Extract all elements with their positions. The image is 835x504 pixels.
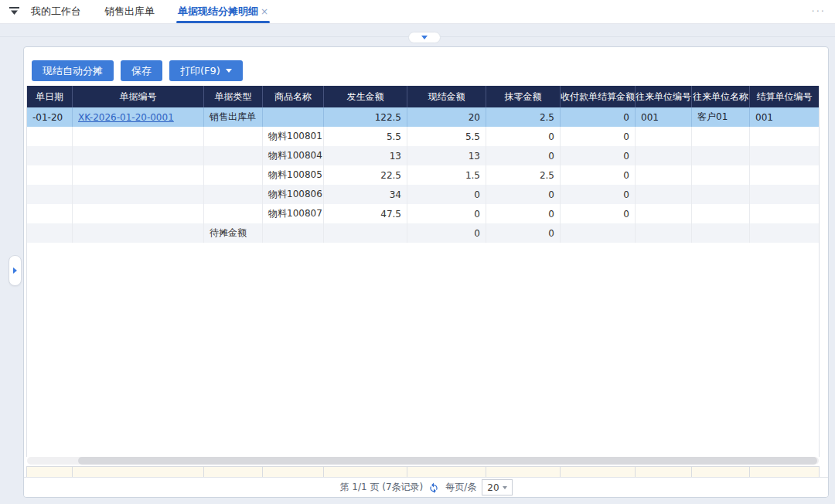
table-cell bbox=[750, 127, 819, 146]
button-label: 打印(F9) bbox=[180, 64, 220, 78]
tab-2[interactable]: 销售出库单 bbox=[104, 0, 155, 23]
table-cell: 0 bbox=[561, 107, 636, 127]
table-cell: 2.5 bbox=[486, 107, 561, 127]
refresh-icon[interactable] bbox=[428, 482, 440, 493]
table-cell bbox=[692, 223, 750, 243]
table-row[interactable]: 物料1008015.55.500 bbox=[27, 127, 819, 146]
horizontal-scrollbar-thumb[interactable] bbox=[78, 457, 817, 465]
table-cell bbox=[692, 165, 750, 185]
more-tabs-icon[interactable]: ··· bbox=[812, 5, 826, 17]
collapse-menu-icon[interactable] bbox=[8, 5, 20, 18]
table-cell: 0 bbox=[486, 204, 561, 223]
column-header[interactable]: 商品名称 bbox=[263, 86, 324, 107]
table-cell bbox=[73, 146, 204, 165]
table-cell bbox=[750, 204, 819, 223]
tab-label: 销售出库单 bbox=[104, 5, 155, 19]
chevron-down-icon bbox=[503, 486, 507, 489]
per-page-select[interactable]: 20 bbox=[482, 479, 512, 495]
column-header[interactable]: 发生金额 bbox=[324, 86, 407, 107]
table-cell: 122.5 bbox=[324, 107, 407, 127]
table-cell bbox=[750, 185, 819, 204]
grid-body: -01-20XK-2026-01-20-0001销售出库单122.5202.50… bbox=[27, 107, 819, 243]
table-cell: 001 bbox=[750, 107, 819, 127]
left-panel-expander[interactable] bbox=[9, 255, 22, 286]
table-cell: 47.5 bbox=[324, 204, 407, 223]
table-cell bbox=[27, 146, 73, 165]
pagination-bar: 第 1/1 页 (7条记录) 每页/条 20 bbox=[24, 477, 828, 497]
table-cell bbox=[636, 223, 692, 243]
table-cell: 0 bbox=[561, 146, 636, 165]
table-row[interactable]: -01-20XK-2026-01-20-0001销售出库单122.5202.50… bbox=[27, 107, 819, 127]
tab-label: 单据现结分摊明细 bbox=[178, 5, 258, 19]
table-cell bbox=[27, 165, 73, 185]
table-cell: 销售出库单 bbox=[204, 107, 263, 127]
toolbar-button-3[interactable]: 打印(F9) bbox=[169, 60, 243, 81]
table-row[interactable]: 物料100804131300 bbox=[27, 146, 819, 165]
chevron-down-icon bbox=[421, 36, 428, 39]
table-cell: 0 bbox=[561, 185, 636, 204]
table-cell: 001 bbox=[636, 107, 692, 127]
table-cell: 0 bbox=[407, 204, 486, 223]
tab-bar: 我的工作台销售出库单单据现结分摊明细× ··· bbox=[0, 0, 835, 24]
table-cell: 物料100807 bbox=[263, 204, 324, 223]
table-cell bbox=[636, 127, 692, 146]
per-page-value: 20 bbox=[487, 482, 499, 493]
table-cell: 13 bbox=[324, 146, 407, 165]
table-cell: 22.5 bbox=[324, 165, 407, 185]
table-cell: 34 bbox=[324, 185, 407, 204]
table-cell bbox=[750, 146, 819, 165]
table-cell bbox=[204, 127, 263, 146]
column-header[interactable]: 单据类型 bbox=[204, 86, 263, 107]
column-header[interactable]: 往来单位编号 bbox=[636, 86, 692, 107]
table-row[interactable]: 物料10080522.51.52.50 bbox=[27, 165, 819, 185]
tab-close-icon[interactable]: × bbox=[261, 6, 268, 17]
table-cell bbox=[636, 185, 692, 204]
table-cell bbox=[636, 146, 692, 165]
table-cell bbox=[73, 185, 204, 204]
table-row[interactable]: 物料10080747.5000 bbox=[27, 204, 819, 223]
table-cell bbox=[73, 127, 204, 146]
table-row[interactable]: 待摊金额00 bbox=[27, 223, 819, 243]
table-cell: 20 bbox=[407, 107, 486, 127]
table-cell bbox=[204, 146, 263, 165]
filter-panel-toggle[interactable] bbox=[408, 32, 441, 43]
table-cell: 客户01 bbox=[692, 107, 750, 127]
table-cell bbox=[73, 165, 204, 185]
table-cell: 物料100806 bbox=[263, 185, 324, 204]
table-cell bbox=[750, 165, 819, 185]
table-cell: 物料100805 bbox=[263, 165, 324, 185]
tab-3[interactable]: 单据现结分摊明细× bbox=[178, 0, 268, 23]
table-cell bbox=[27, 127, 73, 146]
table-cell bbox=[73, 223, 204, 243]
tab-1[interactable]: 我的工作台 bbox=[31, 0, 81, 23]
table-cell: 0 bbox=[486, 223, 561, 243]
table-cell bbox=[692, 146, 750, 165]
chevron-down-icon bbox=[226, 69, 232, 73]
table-cell bbox=[692, 204, 750, 223]
table-cell bbox=[204, 165, 263, 185]
document-link[interactable]: XK-2026-01-20-0001 bbox=[78, 112, 174, 123]
column-header[interactable]: 单日期 bbox=[27, 86, 73, 107]
table-cell bbox=[263, 107, 324, 127]
table-cell bbox=[263, 223, 324, 243]
table-cell bbox=[27, 204, 73, 223]
table-cell: XK-2026-01-20-0001 bbox=[73, 107, 204, 127]
table-row[interactable]: 物料10080634000 bbox=[27, 185, 819, 204]
column-header[interactable]: 往来单位名称 bbox=[692, 86, 750, 107]
table-cell bbox=[324, 223, 407, 243]
table-cell bbox=[27, 223, 73, 243]
column-header[interactable]: 结算单位编号 bbox=[750, 86, 819, 107]
column-header[interactable]: 收付款单结算金额 bbox=[561, 86, 636, 107]
table-cell: 0 bbox=[486, 185, 561, 204]
column-header[interactable]: 抹零金额 bbox=[486, 86, 561, 107]
toolbar-button-2[interactable]: 保存 bbox=[121, 60, 162, 81]
data-grid: 单日期单据编号单据类型商品名称发生金额现结金额抹零金额收付款单结算金额往来单位编… bbox=[26, 86, 820, 457]
table-cell bbox=[561, 223, 636, 243]
table-cell: 5.5 bbox=[407, 127, 486, 146]
table-cell bbox=[27, 185, 73, 204]
column-header[interactable]: 现结金额 bbox=[407, 86, 486, 107]
tab-list: 我的工作台销售出库单单据现结分摊明细× bbox=[31, 0, 291, 23]
toolbar-button-1[interactable]: 现结自动分摊 bbox=[32, 60, 114, 81]
column-header[interactable]: 单据编号 bbox=[73, 86, 204, 107]
page-info: 第 1/1 页 (7条记录) bbox=[339, 481, 423, 494]
